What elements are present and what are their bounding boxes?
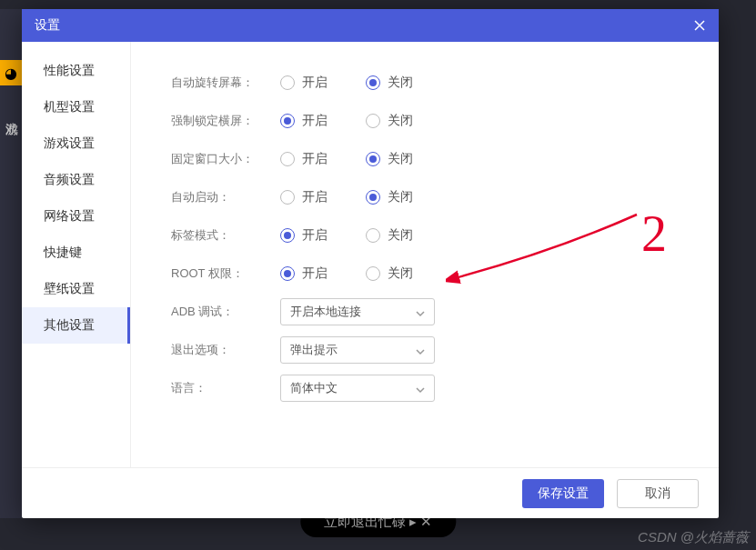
sidebar-item-network[interactable]: 网络设置 bbox=[22, 198, 130, 235]
watermark: CSDN @火焰蔷薇 bbox=[638, 529, 749, 546]
radio-tab-mode-on[interactable]: 开启 bbox=[280, 227, 328, 244]
app-logo-icon: ◕ bbox=[0, 60, 22, 85]
row-auto-start: 自动启动： 开启 关闭 bbox=[171, 178, 682, 216]
titlebar: 设置 bbox=[22, 9, 719, 42]
radio-force-landscape-on[interactable]: 开启 bbox=[280, 113, 328, 129]
dialog-footer: 保存设置 取消 bbox=[22, 467, 719, 518]
sidebar-item-shortcut[interactable]: 快捷键 bbox=[22, 235, 130, 271]
row-adb: ADB 调试： 开启本地连接 bbox=[171, 293, 682, 331]
app-left-strip: ◕ 游戏 bbox=[0, 9, 22, 518]
row-root: ROOT 权限： 开启 关闭 bbox=[171, 255, 682, 293]
sidebar-item-audio[interactable]: 音频设置 bbox=[22, 162, 130, 198]
sidebar-item-performance[interactable]: 性能设置 bbox=[22, 53, 130, 89]
sidebar: 性能设置 机型设置 游戏设置 音频设置 网络设置 快捷键 壁纸设置 其他设置 bbox=[22, 42, 131, 467]
sidebar-item-model[interactable]: 机型设置 bbox=[22, 89, 130, 125]
radio-fixed-window-off[interactable]: 关闭 bbox=[366, 151, 413, 167]
chevron-down-icon bbox=[416, 384, 425, 393]
radio-root-on[interactable]: 开启 bbox=[280, 265, 328, 282]
settings-panel: 自动旋转屏幕： 开启 关闭 强制锁定横屏： 开启 关闭 固定窗口大小： 开启 关… bbox=[131, 42, 719, 467]
chevron-down-icon bbox=[416, 345, 425, 355]
select-adb[interactable]: 开启本地连接 bbox=[280, 298, 435, 325]
row-label: 语言： bbox=[171, 380, 280, 396]
row-tab-mode: 标签模式： 开启 关闭 bbox=[171, 216, 682, 255]
row-label: 固定窗口大小： bbox=[171, 151, 280, 167]
radio-auto-rotate-off[interactable]: 关闭 bbox=[366, 75, 413, 91]
radio-root-off[interactable]: 关闭 bbox=[366, 265, 413, 282]
radio-auto-start-on[interactable]: 开启 bbox=[280, 189, 328, 205]
close-icon[interactable] bbox=[693, 19, 706, 32]
row-fixed-window: 固定窗口大小： 开启 关闭 bbox=[171, 140, 682, 178]
row-label: ROOT 权限： bbox=[171, 265, 280, 282]
radio-auto-start-off[interactable]: 关闭 bbox=[366, 189, 413, 205]
radio-auto-rotate-on[interactable]: 开启 bbox=[280, 75, 328, 91]
radio-fixed-window-on[interactable]: 开启 bbox=[280, 151, 328, 167]
chevron-down-icon bbox=[416, 307, 425, 316]
select-exit[interactable]: 弹出提示 bbox=[280, 336, 435, 364]
dialog-title: 设置 bbox=[35, 17, 60, 34]
row-label: 自动旋转屏幕： bbox=[171, 75, 280, 91]
radio-tab-mode-off[interactable]: 关闭 bbox=[366, 227, 413, 244]
sidebar-item-game[interactable]: 游戏设置 bbox=[22, 125, 130, 162]
select-lang[interactable]: 简体中文 bbox=[280, 375, 435, 402]
save-button[interactable]: 保存设置 bbox=[522, 479, 604, 508]
cancel-button[interactable]: 取消 bbox=[617, 479, 699, 508]
row-lang: 语言： 简体中文 bbox=[171, 369, 682, 407]
sidebar-item-wallpaper[interactable]: 壁纸设置 bbox=[22, 271, 130, 307]
row-label: 标签模式： bbox=[171, 227, 280, 244]
row-label: 强制锁定横屏： bbox=[171, 113, 280, 129]
row-auto-rotate: 自动旋转屏幕： 开启 关闭 bbox=[171, 64, 682, 102]
row-force-landscape: 强制锁定横屏： 开启 关闭 bbox=[171, 102, 682, 140]
settings-dialog: 设置 性能设置 机型设置 游戏设置 音频设置 网络设置 快捷键 壁纸设置 其他设… bbox=[22, 9, 719, 518]
row-label: 自动启动： bbox=[171, 189, 280, 205]
row-label: ADB 调试： bbox=[171, 304, 280, 320]
row-label: 退出选项： bbox=[171, 342, 280, 358]
sidebar-item-other[interactable]: 其他设置 bbox=[22, 307, 130, 344]
radio-force-landscape-off[interactable]: 关闭 bbox=[366, 113, 413, 129]
row-exit: 退出选项： 弹出提示 bbox=[171, 331, 682, 369]
